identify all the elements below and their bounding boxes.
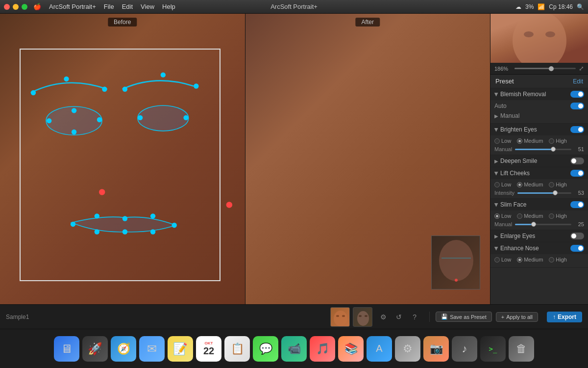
menu-view[interactable]: View [141,3,154,10]
minimize-button[interactable] [13,4,19,10]
brighten-low-radio[interactable]: Low [494,138,511,144]
slim-medium-radio[interactable]: Medium [517,213,543,219]
blemish-auto-toggle[interactable] [570,103,584,109]
brighten-medium-radio[interactable]: Medium [517,138,543,144]
brighten-slider-row: Manual 51 [494,146,584,152]
slim-face-toggle[interactable] [570,201,584,208]
dock-reminders[interactable]: 📋 [224,336,250,362]
enhance-medium-radio[interactable]: Medium [517,257,543,263]
slim-low-radio[interactable]: Low [494,213,511,219]
svg-point-33 [357,311,369,326]
slim-high-radio[interactable]: High [549,213,567,219]
enhance-nose-header[interactable]: ▶ Enhance Nose [490,242,588,254]
enhance-low-label: Low [501,257,511,263]
slim-face-section: ▶ Slim Face Low Medium [490,199,588,230]
dock-finder[interactable]: 🖥 [54,336,79,362]
zoom-fit-icon[interactable]: ⤢ [579,65,584,72]
fullscreen-button[interactable] [22,4,27,10]
dock-notes[interactable]: 📝 [168,336,193,362]
menu-file[interactable]: File [104,3,114,10]
edit-preset-link[interactable]: Edit [573,78,583,85]
blemish-removal-header[interactable]: ▶ Blemish Removal [490,88,588,100]
lift-high-radio[interactable]: High [549,182,567,187]
slim-slider-track[interactable] [515,224,571,225]
app-name[interactable]: ArcSoft Portrait+ [49,3,96,10]
close-button[interactable] [4,4,10,10]
lift-medium-radio[interactable]: Medium [517,182,543,187]
dock-facetime[interactable]: 📹 [281,336,307,362]
export-button[interactable]: ↑ Export [547,312,582,322]
slim-medium-circle [517,213,522,219]
dock-terminal[interactable]: >_ [480,336,506,362]
brighten-slider-thumb[interactable] [551,147,556,152]
lift-cheeks-header[interactable]: ▶ Lift Cheeks [490,167,588,179]
wifi-icon: 📶 [538,3,545,10]
brighten-expand-icon: ▶ [494,128,499,131]
time-display: Cp 18:46 [549,3,573,10]
menu-bar: 🍎 ArcSoft Portrait+ File Edit View Help [33,3,175,10]
dock-appstore[interactable]: A [367,336,392,362]
battery-status: 3% [525,3,534,10]
after-image [245,14,490,304]
enhance-high-radio[interactable]: High [549,257,567,263]
dock-ibooks[interactable]: 📚 [338,336,364,362]
deepen-smile-header[interactable]: ▶ Deepen Smile [490,155,588,167]
menu-help[interactable]: Help [162,3,175,10]
traffic-lights[interactable] [4,4,27,10]
dock-safari[interactable]: 🧭 [111,336,136,362]
settings-icon[interactable]: ⚙ [377,311,389,323]
brighten-eyes-toggle[interactable] [570,126,584,133]
save-preset-button[interactable]: 💾 Save as Preset [436,312,492,322]
blemish-toggle[interactable] [570,91,584,98]
lift-medium-label: Medium [524,182,543,187]
brighten-eyes-header[interactable]: ▶ Brighten Eyes [490,124,588,135]
slim-face-header[interactable]: ▶ Slim Face [490,199,588,210]
lift-slider-fill [517,192,555,194]
dock-music[interactable]: ♪ [452,336,477,362]
dock-photos[interactable]: 📷 [423,336,449,362]
lift-low-radio[interactable]: Low [494,182,511,187]
refresh-icon[interactable]: ↺ [393,311,405,323]
enlarge-eyes-section: ▶ Enlarge Eyes [490,230,588,242]
dock-calendar[interactable]: OKT 22 [196,336,221,362]
zoom-slider[interactable] [514,68,576,69]
lift-high-circle [549,182,554,187]
dock-trash[interactable]: 🗑 [509,336,534,362]
enlarge-eyes-header[interactable]: ▶ Enlarge Eyes [490,230,588,242]
dock-sysprefs[interactable]: ⚙ [395,336,420,362]
svg-point-28 [524,31,534,37]
help-icon[interactable]: ? [409,311,420,323]
svg-point-29 [545,31,555,37]
apply-all-button[interactable]: + Apply to all [496,312,538,322]
dock-mail[interactable]: ✉ [139,336,165,362]
dock-messages[interactable]: 💬 [253,336,278,362]
blemish-auto-row: Auto [494,103,584,109]
after-label: After [356,18,380,26]
menu-edit[interactable]: Edit [122,3,133,10]
slim-slider-row: Manual 25 [494,221,584,227]
blemish-expand-icon: ▶ [494,92,499,96]
apple-menu[interactable]: 🍎 [33,3,41,10]
enlarge-eyes-toggle[interactable] [570,233,584,239]
deepen-smile-toggle[interactable] [570,158,584,164]
blemish-manual-row[interactable]: ▶ Manual [494,111,584,121]
slim-face-content: Low Medium High Manual [490,210,588,230]
lift-cheeks-toggle[interactable] [570,170,584,177]
apply-all-icon: + [501,314,504,320]
brighten-high-radio[interactable]: High [549,138,567,144]
slim-slider-thumb[interactable] [531,222,536,227]
brighten-slider-track[interactable] [515,149,571,150]
save-icon: 💾 [441,314,448,320]
face-thumb-1[interactable] [330,307,350,327]
zoom-slider-thumb[interactable] [549,66,554,71]
main-layout: Before [0,14,588,304]
face-thumb-2[interactable] [353,307,372,327]
lift-slider-track[interactable] [517,192,571,194]
lift-slider-thumb[interactable] [553,190,558,195]
enhance-low-radio[interactable]: Low [494,257,511,263]
dock-itunes[interactable]: 🎵 [310,336,335,362]
lift-cheeks-name: Lift Cheeks [500,170,570,177]
enhance-nose-toggle[interactable] [570,245,584,252]
dock-launchpad[interactable]: 🚀 [82,336,108,362]
search-icon[interactable]: 🔍 [577,3,584,10]
